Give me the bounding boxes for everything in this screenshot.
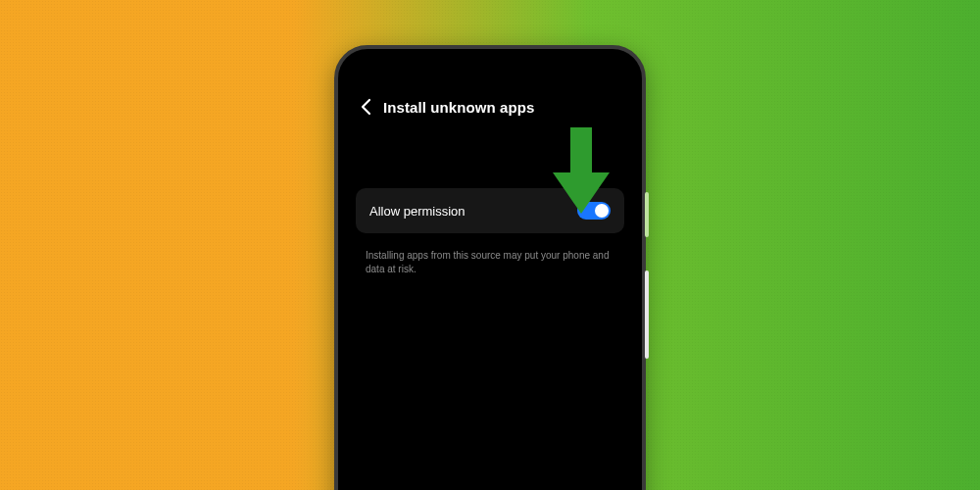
app-info-placeholder: [356, 133, 624, 180]
warning-text: Installing apps from this source may put…: [346, 233, 634, 276]
permission-label: Allow permission: [369, 204, 466, 219]
header-bar: Install unknown apps: [346, 80, 634, 129]
toggle-knob: [595, 204, 609, 218]
phone-screen: Install unknown apps Allow permission In…: [346, 57, 634, 490]
phone-frame: Install unknown apps Allow permission In…: [334, 45, 646, 490]
permission-toggle[interactable]: [577, 202, 611, 220]
page-title: Install unknown apps: [383, 99, 535, 116]
allow-permission-row[interactable]: Allow permission: [356, 188, 624, 233]
back-icon[interactable]: [360, 98, 371, 116]
phone-power-button: [645, 192, 649, 237]
phone-volume-button: [645, 270, 649, 359]
